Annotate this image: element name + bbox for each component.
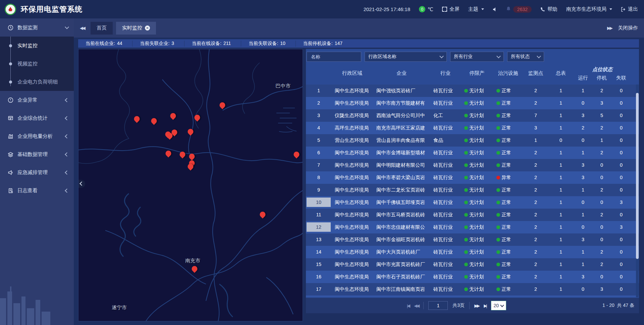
cell-region: 阆中生态环境局 — [331, 261, 373, 268]
table-row[interactable]: 10 阆中生态环境局 阆中千佛镇五郎垭页岩 砖瓦行业 无计划 正常 2 1 0 … — [306, 196, 639, 209]
table-row[interactable]: 2 阆中生态环境局 阆中市南方节能建材有 砖瓦行业 无计划 正常 2 1 0 3… — [306, 97, 639, 109]
page-size-select[interactable]: 20 — [491, 301, 506, 310]
cell-region: 阆中生态环境局 — [331, 224, 373, 230]
close-operations-menu[interactable]: 关闭操作 — [618, 25, 638, 31]
cell-stopped: 2 — [592, 262, 611, 267]
col-header-region: 行政区域 — [331, 70, 373, 76]
status-dot-icon — [496, 114, 500, 117]
table-row[interactable]: 17 阆中生态环境局 阆中市江南镇阆南页岩 砖瓦行业 无计划 正常 2 1 0 … — [306, 283, 639, 295]
table-row[interactable]: 3 仪陇生态环境局 西南油气田分公司川中 化工 无计划 正常 7 1 3 5 0 — [306, 109, 639, 122]
cell-facility: 正常 — [493, 212, 523, 218]
col-header-lost: 失联 — [611, 75, 631, 81]
page-number-input[interactable] — [428, 301, 448, 310]
cell-region: 阆中生态环境局 — [331, 212, 373, 218]
cell-company: 阆中市石子页岩机砖厂 — [373, 274, 430, 280]
sidebar-item-power-analysis[interactable]: 企业用电量分析 — [0, 127, 74, 145]
cell-region: 高坪生态环境局 — [331, 125, 373, 131]
col-header-meter: 总表 — [548, 70, 574, 76]
table-row[interactable]: 14 阆中生态环境局 阆中大兴页岩机砖厂 砖瓦行业 无计划 正常 2 1 1 2… — [306, 246, 639, 258]
table-row[interactable]: 15 阆中生态环境局 阆中市光富页岩机砖厂 砖瓦行业 无计划 正常 2 1 1 … — [306, 258, 639, 271]
status-filter-select[interactable]: 所有状态 — [507, 52, 544, 62]
cell-region: 阆中生态环境局 — [331, 236, 373, 243]
cell-company: 阆中市二龙长宝页岩砖 — [373, 187, 430, 193]
sidebar-item-data-monitor[interactable]: 数据监测 — [0, 18, 74, 37]
cell-lost: 0 — [611, 113, 631, 118]
map-panel[interactable]: 巴中市南充市遂宁市 — [78, 49, 303, 321]
row-index: 13 — [313, 235, 324, 244]
cell-lost: 0 — [611, 187, 631, 193]
name-filter[interactable] — [307, 52, 361, 62]
table-body: 1 阆中生态环境局 阆中强锐页岩砖厂 砖瓦行业 无计划 正常 2 1 1 2 0… — [306, 85, 639, 297]
scrollbar-thumb[interactable] — [636, 93, 639, 259]
chevron-down-icon — [496, 54, 501, 58]
next-page-icon[interactable]: ▶▶ — [474, 303, 479, 308]
logout-button[interactable]: 退出 — [621, 6, 638, 12]
cell-facility: 正常 — [493, 249, 523, 255]
table-row[interactable]: 7 阆中生态环境局 阆中明阳建材有限公司 砖瓦行业 无计划 正常 2 1 3 0… — [306, 159, 639, 171]
table-row[interactable]: 6 阆中生态环境局 阆中市金博瑞新型墙材 砖瓦行业 无计划 正常 2 1 1 2… — [306, 147, 639, 159]
sidebar-item-logs[interactable]: 日志查看 — [0, 181, 74, 200]
sound-button[interactable] — [493, 7, 497, 12]
table-row[interactable]: 4 高坪生态环境局 南充市高坪区王家店建 砖瓦行业 无计划 正常 3 1 2 2… — [306, 122, 639, 134]
cell-run: 1 — [574, 212, 592, 217]
table-row[interactable]: 16 阆中生态环境局 阆中市石子页岩机砖厂 砖瓦行业 无计划 正常 2 1 3 … — [306, 271, 639, 283]
status-dot-icon — [464, 151, 468, 155]
tab-realtime-monitor[interactable]: 实时监控 ✕ — [116, 22, 156, 35]
last-page-icon[interactable]: ▶| — [484, 303, 486, 308]
region-filter-select[interactable]: 行政区域名称 — [365, 52, 447, 62]
cell-monitor: 2 — [523, 237, 548, 242]
cell-industry: 化工 — [430, 112, 461, 119]
prev-page-icon[interactable]: ◀◀ — [414, 303, 419, 308]
status-dot-icon — [464, 126, 468, 130]
col-header-stop: 停限产 — [461, 70, 493, 76]
cell-stopped: 0 — [592, 200, 611, 205]
cell-stopped: 0 — [592, 274, 611, 279]
sidebar-item-base-data[interactable]: 基础数据管理 — [0, 145, 74, 163]
total-pages-label: 共3页 — [452, 303, 465, 309]
cell-company: 阆中市江南镇阆南页岩 — [373, 286, 430, 292]
sidebar-item-company-abnormal[interactable]: 企业异常 — [0, 91, 74, 109]
skyline-decoration — [0, 278, 74, 325]
theme-menu[interactable]: 主题 — [468, 6, 484, 12]
cell-lost: 3 — [611, 224, 631, 230]
industry-filter-select[interactable]: 所有行业 — [450, 52, 504, 62]
table-row[interactable]: 8 阆中生态环境局 阆中市枣碧大梁山页岩 砖瓦行业 无计划 异常 2 1 3 0… — [306, 171, 639, 184]
sidebar-item-company-stats[interactable]: 企业综合统计 — [0, 109, 74, 127]
sidebar-item-realtime-monitor[interactable]: 实时监控 — [0, 37, 74, 55]
table-row[interactable]: 18 南部生态环境局 南部县双华水泥有限公 建材加工 无计划 正常 5 0 0 … — [306, 295, 639, 297]
cell-industry: 砖瓦行业 — [430, 286, 461, 292]
sidebar-item-emergency[interactable]: 应急减排管理 — [0, 163, 74, 181]
first-page-icon[interactable]: |◀ — [407, 303, 409, 308]
table-row[interactable]: 9 阆中生态环境局 阆中市二龙长宝页岩砖 砖瓦行业 无计划 正常 2 1 1 2… — [306, 184, 639, 196]
sidebar-item-power-load-detail[interactable]: 企业电力负荷明细 — [0, 73, 74, 91]
table-row[interactable]: 5 营山生态环境局 营山县润丰肉食品有限 食品 无计划 正常 1 0 0 1 0 — [306, 134, 639, 147]
cell-region: 阆中生态环境局 — [331, 199, 373, 206]
table-scrollbar[interactable] — [636, 85, 639, 297]
notifications[interactable]: 2632 — [506, 6, 532, 13]
table-row[interactable]: 1 阆中生态环境局 阆中强锐页岩砖厂 砖瓦行业 无计划 正常 2 1 1 2 0 — [306, 85, 639, 97]
cell-company: 阆中明阳建材有限公司 — [373, 162, 430, 168]
cell-stop: 无计划 — [461, 112, 493, 119]
cell-industry: 砖瓦行业 — [430, 212, 461, 218]
org-menu[interactable]: 南充市生态环境局 — [566, 6, 612, 12]
cell-industry: 砖瓦行业 — [430, 100, 461, 106]
cell-run: 0 — [574, 286, 592, 292]
row-index: 2 — [313, 98, 324, 108]
fullscreen-button[interactable]: 全屏 — [442, 6, 460, 12]
table-row[interactable]: 12 阆中生态环境局 阆中市忠信建材有限公 砖瓦行业 无计划 正常 2 1 0 … — [306, 221, 639, 233]
table-row[interactable]: 13 阆中生态环境局 阆中市金福旺页岩机砖 砖瓦行业 无计划 正常 2 1 3 … — [306, 233, 639, 246]
tabs-scroll-right-icon[interactable]: ▶▶ — [607, 25, 612, 31]
cell-meter: 1 — [548, 262, 574, 267]
cell-meter: 1 — [548, 125, 574, 130]
name-filter-input[interactable] — [310, 54, 358, 60]
sidebar-submenu: 实时监控 视频监控 企业电力负荷明细 — [0, 37, 74, 91]
close-icon[interactable]: ✕ — [145, 25, 150, 31]
help-button[interactable]: 帮助 — [540, 6, 557, 12]
table-row[interactable]: 11 阆中生态环境局 阆中市五马桥页岩机砖 砖瓦行业 无计划 正常 2 1 1 … — [306, 209, 639, 221]
tabs-scroll-left-icon[interactable]: ◀◀ — [80, 25, 85, 31]
stat-online-devices: 当前在线设备:211 — [184, 41, 241, 47]
cell-stopped: 0 — [592, 237, 611, 242]
sidebar-item-video-monitor[interactable]: 视频监控 — [0, 55, 74, 73]
tab-home[interactable]: 首页 — [91, 22, 113, 35]
cell-facility: 正常 — [493, 261, 523, 268]
